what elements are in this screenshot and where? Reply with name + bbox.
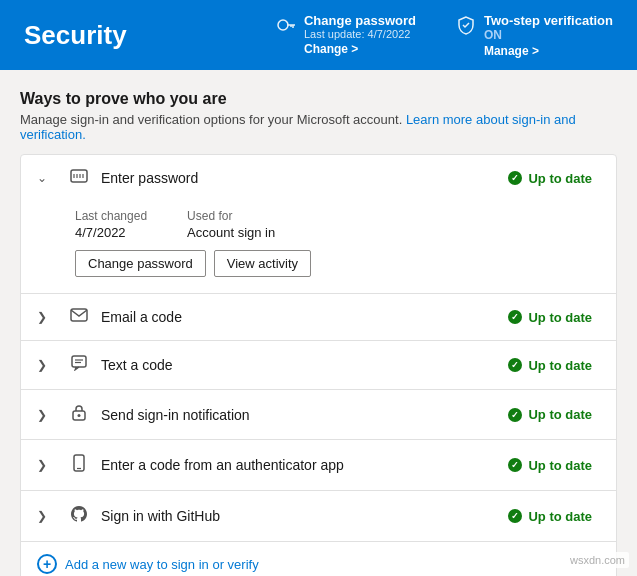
two-step-text: Two-step verification ON Manage > [484, 13, 613, 58]
chevron-right-icon-github[interactable]: ❯ [37, 509, 57, 523]
change-password-link[interactable]: Change > [304, 42, 358, 56]
email-code-status: Up to date [508, 310, 592, 325]
github-row: ❯ Sign in with GitHub Up to date [21, 491, 616, 542]
page-title: Security [24, 20, 127, 51]
key-icon [276, 15, 296, 40]
chevron-right-icon-email[interactable]: ❯ [37, 310, 57, 324]
svg-rect-10 [72, 356, 86, 367]
sms-icon [67, 355, 91, 375]
authenticator-status: Up to date [508, 458, 592, 473]
svg-point-0 [278, 20, 288, 30]
signin-notification-label: Send sign-in notification [101, 407, 498, 423]
two-step-link[interactable]: Manage > [484, 44, 539, 58]
change-password-label: Change password [304, 13, 416, 28]
chevron-right-icon-auth[interactable]: ❯ [37, 458, 57, 472]
github-icon [67, 505, 91, 527]
header: Security Change password Last update: 4/… [0, 0, 637, 70]
last-changed-item: Last changed 4/7/2022 [75, 209, 147, 240]
phone-icon [67, 454, 91, 476]
ways-card: ⌄ Enter password Up to date [20, 154, 617, 576]
add-circle-icon: + [37, 554, 57, 574]
status-dot-icon [508, 310, 522, 324]
email-code-label: Email a code [101, 309, 498, 325]
change-password-sub: Last update: 4/7/2022 [304, 28, 416, 40]
signin-notification-status-text: Up to date [528, 407, 592, 422]
add-new-way-link[interactable]: Add a new way to sign in or verify [65, 557, 259, 572]
signin-notification-row: ❯ Send sign-in notification Up to date [21, 390, 616, 440]
status-dot-icon [508, 358, 522, 372]
status-dot-icon [508, 509, 522, 523]
password-detail-info: Last changed 4/7/2022 Used for Account s… [75, 209, 562, 240]
two-step-status: ON [484, 28, 613, 42]
used-for-value: Account sign in [187, 225, 275, 240]
ways-section-desc: Manage sign-in and verification options … [20, 112, 617, 142]
last-changed-label: Last changed [75, 209, 147, 223]
password-row-main: ⌄ Enter password Up to date [21, 155, 616, 201]
text-code-row: ❯ Text a code Up to date [21, 341, 616, 390]
status-dot-icon [508, 408, 522, 422]
chevron-down-icon[interactable]: ⌄ [37, 171, 57, 185]
header-actions: Change password Last update: 4/7/2022 Ch… [276, 13, 613, 58]
two-step-label: Two-step verification [484, 13, 613, 28]
change-password-button[interactable]: Change password [75, 250, 206, 277]
text-code-status-text: Up to date [528, 358, 592, 373]
password-status-text: Up to date [528, 171, 592, 186]
password-status: Up to date [508, 171, 592, 186]
github-label: Sign in with GitHub [101, 508, 498, 524]
status-dot-icon [508, 171, 522, 185]
shield-icon [456, 15, 476, 40]
last-changed-value: 4/7/2022 [75, 225, 147, 240]
svg-rect-9 [71, 309, 87, 321]
change-password-text: Change password Last update: 4/7/2022 Ch… [304, 13, 416, 56]
ways-desc-text: Manage sign-in and verification options … [20, 112, 402, 127]
github-status: Up to date [508, 509, 592, 524]
password-label: Enter password [101, 170, 498, 186]
chevron-right-icon-text[interactable]: ❯ [37, 358, 57, 372]
used-for-label: Used for [187, 209, 275, 223]
password-row-expanded: ⌄ Enter password Up to date [21, 155, 616, 294]
main-content: Ways to prove who you are Manage sign-in… [0, 70, 637, 576]
authenticator-status-text: Up to date [528, 458, 592, 473]
svg-point-14 [78, 414, 81, 417]
ways-section-title: Ways to prove who you are [20, 90, 617, 108]
two-step-action: Two-step verification ON Manage > [456, 13, 613, 58]
text-code-label: Text a code [101, 357, 498, 373]
authenticator-label: Enter a code from an authenticator app [101, 457, 498, 473]
view-activity-button[interactable]: View activity [214, 250, 311, 277]
add-new-way-row: + Add a new way to sign in or verify [21, 542, 616, 576]
authenticator-row: ❯ Enter a code from an authenticator app… [21, 440, 616, 491]
used-for-item: Used for Account sign in [187, 209, 275, 240]
email-code-status-text: Up to date [528, 310, 592, 325]
lock-icon [67, 404, 91, 425]
password-actions: Change password View activity [75, 250, 562, 277]
password-icon [67, 169, 91, 187]
email-icon [67, 308, 91, 326]
text-code-status: Up to date [508, 358, 592, 373]
status-dot-icon [508, 458, 522, 472]
password-row-details: Last changed 4/7/2022 Used for Account s… [21, 201, 616, 293]
github-status-text: Up to date [528, 509, 592, 524]
email-code-row: ❯ Email a code Up to date [21, 294, 616, 341]
signin-notification-status: Up to date [508, 407, 592, 422]
chevron-right-icon-notification[interactable]: ❯ [37, 408, 57, 422]
change-password-action: Change password Last update: 4/7/2022 Ch… [276, 13, 416, 58]
watermark: wsxdn.com [566, 552, 629, 568]
